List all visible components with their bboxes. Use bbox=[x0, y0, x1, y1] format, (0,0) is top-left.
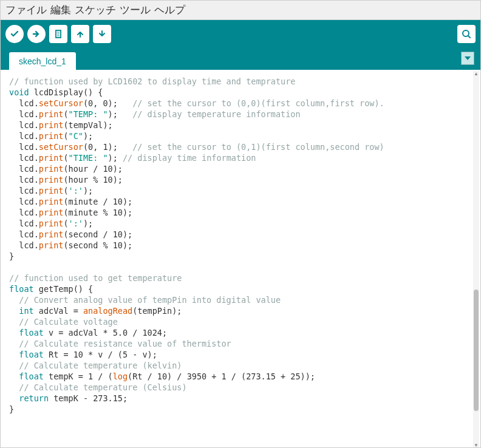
code-token: print bbox=[39, 229, 64, 239]
code-token: lcd. bbox=[9, 109, 39, 119]
code-token: float bbox=[9, 372, 44, 381]
code-token: (tempVal); bbox=[63, 120, 112, 130]
code-token: ); bbox=[83, 186, 93, 195]
menu-tools[interactable]: ツール bbox=[120, 3, 151, 17]
code-token: lcd. bbox=[9, 219, 39, 228]
code-token: (hour / 10); bbox=[63, 164, 123, 174]
code-token: (Rt / 10) / 3950 + 1 / (273.15 + 25)); bbox=[128, 372, 315, 381]
code-token: lcd. bbox=[9, 153, 39, 163]
code-editor[interactable]: // function used by LCD1602 to display t… bbox=[1, 70, 480, 448]
code-token: lcd. bbox=[9, 186, 39, 195]
code-token: (tempPin); bbox=[132, 306, 182, 316]
code-token: ':' bbox=[69, 186, 83, 195]
code-token: // set the cursor to (0,0)(first column,… bbox=[132, 98, 384, 108]
code-token: tempK = 1 / ( bbox=[44, 372, 113, 381]
code-token: (minute / 10); bbox=[63, 197, 132, 206]
menu-help[interactable]: ヘルプ bbox=[154, 3, 185, 17]
tab-bar: skech_lcd_1 bbox=[1, 48, 480, 70]
menu-edit[interactable]: 編集 bbox=[50, 3, 71, 17]
code-token: lcdDisplay() { bbox=[29, 87, 103, 97]
tab-dropdown-icon[interactable] bbox=[461, 52, 474, 65]
code-token: return bbox=[9, 393, 49, 403]
code-line: // function used by LCD1602 to display t… bbox=[9, 76, 295, 86]
code-token: ':' bbox=[69, 219, 83, 228]
code-token: print bbox=[39, 186, 64, 195]
menu-file[interactable]: ファイル bbox=[5, 3, 47, 17]
scroll-down-icon[interactable]: ▼ bbox=[473, 443, 479, 448]
code-token: print bbox=[39, 153, 64, 163]
code-token: lcd. bbox=[9, 197, 39, 206]
menu-bar: ファイル 編集 スケッチ ツール ヘルプ bbox=[1, 1, 480, 20]
code-token: ( bbox=[63, 186, 68, 195]
code-token: print bbox=[39, 164, 64, 174]
code-token: int bbox=[9, 306, 34, 316]
code-token: log bbox=[113, 372, 128, 381]
code-token: ); bbox=[108, 153, 123, 163]
code-token: (second / 10); bbox=[63, 229, 132, 239]
code-token: // Calculate resistance value of thermis… bbox=[9, 339, 231, 348]
code-token: lcd. bbox=[9, 208, 39, 217]
code-token: (second % 10); bbox=[63, 240, 132, 250]
new-button[interactable] bbox=[49, 25, 67, 43]
code-token: print bbox=[39, 208, 64, 217]
toolbar bbox=[1, 20, 480, 48]
code-token: print bbox=[39, 175, 64, 185]
code-token: ); bbox=[108, 109, 133, 119]
upload-button[interactable] bbox=[27, 25, 46, 43]
code-token: // display temperature information bbox=[132, 109, 300, 119]
code-token: // Calculate temperature (kelvin) bbox=[9, 361, 182, 370]
scroll-up-icon[interactable]: ▲ bbox=[473, 71, 479, 77]
code-token: (0, 0); bbox=[83, 98, 132, 108]
code-token: lcd. bbox=[9, 240, 39, 250]
code-token: ); bbox=[83, 219, 93, 228]
code-token: void bbox=[9, 87, 29, 97]
code-token: // display time information bbox=[123, 153, 256, 163]
code-token: } bbox=[9, 404, 14, 414]
code-token: ( bbox=[63, 131, 68, 141]
code-token: print bbox=[39, 219, 64, 228]
code-token: } bbox=[9, 251, 14, 261]
code-token: setCursor bbox=[39, 98, 83, 108]
code-token: // Calculate temperature (Celsius) bbox=[9, 382, 187, 392]
code-token: lcd. bbox=[9, 142, 39, 152]
code-token: "TEMP: " bbox=[69, 109, 108, 119]
code-token: lcd. bbox=[9, 120, 39, 130]
code-token: lcd. bbox=[9, 131, 39, 141]
code-token: lcd. bbox=[9, 229, 39, 239]
code-token: lcd. bbox=[9, 98, 39, 108]
code-token: lcd. bbox=[9, 164, 39, 174]
code-token: print bbox=[39, 240, 64, 250]
code-token: setCursor bbox=[39, 142, 83, 152]
code-token: ); bbox=[83, 131, 93, 141]
code-token: print bbox=[39, 109, 64, 119]
code-token: (hour % 10); bbox=[63, 175, 123, 185]
code-token: float bbox=[9, 350, 44, 359]
code-token: // function used to get temperature bbox=[9, 273, 182, 283]
serial-monitor-button[interactable] bbox=[457, 25, 476, 43]
code-token: tempK - 273.15; bbox=[49, 393, 128, 403]
code-token: print bbox=[39, 120, 64, 130]
code-token: // Calculate voltage bbox=[9, 317, 118, 327]
scrollbar[interactable]: ▲ ▼ bbox=[473, 71, 479, 448]
code-token: (0, 1); bbox=[83, 142, 132, 152]
code-token: lcd. bbox=[9, 175, 39, 185]
code-token: float bbox=[9, 328, 44, 338]
verify-button[interactable] bbox=[5, 25, 24, 43]
save-button[interactable] bbox=[93, 25, 111, 43]
code-token: v = adcVal * 5.0 / 1024; bbox=[44, 328, 167, 338]
open-button[interactable] bbox=[71, 25, 89, 43]
code-token: ( bbox=[63, 109, 68, 119]
code-token: float bbox=[9, 284, 34, 294]
code-token: "TIME: " bbox=[69, 153, 108, 163]
code-token: print bbox=[39, 131, 64, 141]
code-token: "C" bbox=[69, 131, 83, 141]
code-token: adcVal = bbox=[34, 306, 83, 316]
tab-sketch[interactable]: skech_lcd_1 bbox=[9, 52, 76, 70]
scroll-thumb[interactable] bbox=[474, 290, 479, 411]
code-token: print bbox=[39, 197, 64, 206]
code-token: // set the cursor to (0,1)(first column,… bbox=[132, 142, 384, 152]
code-token: // Convert analog value of tempPin into … bbox=[9, 295, 281, 305]
code-token: Rt = 10 * v / (5 - v); bbox=[44, 350, 157, 359]
code-token: analogRead bbox=[83, 306, 132, 316]
menu-sketch[interactable]: スケッチ bbox=[75, 3, 116, 17]
